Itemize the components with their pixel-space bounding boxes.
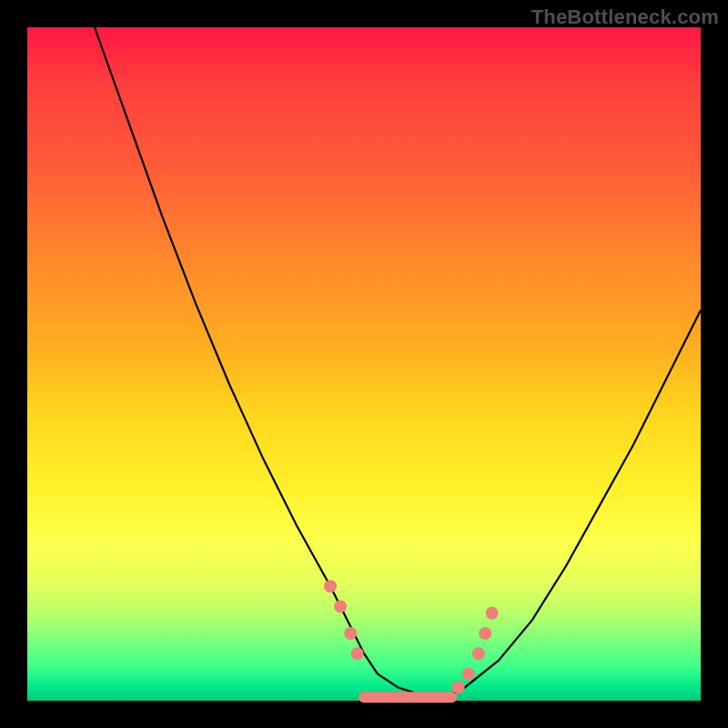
- left-marker-dots: [324, 580, 364, 660]
- chart-frame: TheBottleneck.com: [0, 0, 728, 728]
- bottleneck-curve: [95, 27, 701, 697]
- right-marker-dots: [452, 607, 499, 693]
- marker-dot: [479, 627, 491, 640]
- marker-dot: [452, 681, 465, 693]
- marker-dot: [334, 600, 347, 612]
- curve-svg: [27, 27, 701, 701]
- marker-dot: [486, 607, 499, 620]
- marker-dot: [472, 647, 485, 660]
- marker-dot: [324, 580, 337, 592]
- marker-dot: [462, 667, 475, 680]
- watermark-text: TheBottleneck.com: [531, 5, 719, 29]
- marker-dot: [351, 647, 364, 660]
- marker-dot: [344, 627, 357, 640]
- plot-area: [27, 27, 701, 701]
